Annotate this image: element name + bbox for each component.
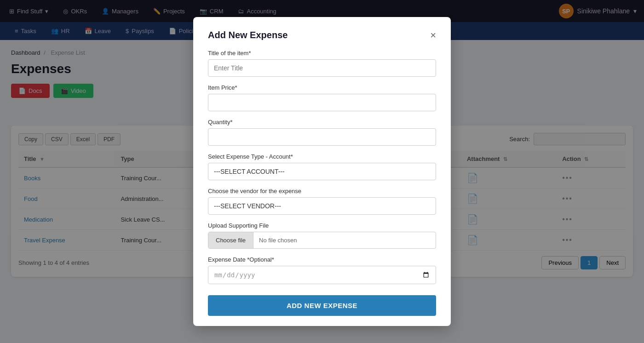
expense-type-group: Select Expense Type - Account* ---SELECT…: [208, 153, 436, 180]
quantity-label: Quantity*: [208, 119, 436, 126]
price-label: Item Price*: [208, 84, 436, 91]
file-chosen-text: No file chosen: [253, 232, 436, 248]
submit-expense-button[interactable]: ADD NEW EXPENSE: [208, 295, 436, 316]
file-upload-group: Upload Supporting File Choose file No fi…: [208, 222, 436, 249]
file-upload-label: Upload Supporting File: [208, 222, 436, 229]
add-expense-modal: Add New Expense × Title of the item* Ite…: [193, 17, 451, 326]
modal-header: Add New Expense ×: [208, 30, 436, 40]
vendor-label: Choose the vendor for the expense: [208, 188, 436, 194]
choose-file-button[interactable]: Choose file: [208, 232, 253, 248]
price-field-group: Item Price*: [208, 84, 436, 111]
date-field-group: Expense Date *Optional*: [208, 256, 436, 284]
expense-type-select[interactable]: ---SELECT ACCOUNT---: [208, 163, 436, 180]
expense-type-label: Select Expense Type - Account*: [208, 153, 436, 160]
vendor-group: Choose the vendor for the expense ---SEL…: [208, 188, 436, 215]
quantity-input[interactable]: [208, 128, 436, 146]
date-input[interactable]: [208, 266, 436, 284]
title-label: Title of the item*: [208, 50, 436, 57]
date-label: Expense Date *Optional*: [208, 256, 436, 263]
modal-overlay[interactable]: Add New Expense × Title of the item* Ite…: [0, 0, 644, 343]
quantity-field-group: Quantity*: [208, 119, 436, 146]
file-upload-wrapper: Choose file No file chosen: [208, 232, 436, 249]
modal-close-button[interactable]: ×: [430, 30, 436, 40]
price-input[interactable]: [208, 94, 436, 111]
modal-title: Add New Expense: [208, 30, 288, 40]
title-input[interactable]: [208, 59, 436, 77]
vendor-select[interactable]: ---SELECT VENDOR---: [208, 197, 436, 215]
title-field-group: Title of the item*: [208, 50, 436, 77]
